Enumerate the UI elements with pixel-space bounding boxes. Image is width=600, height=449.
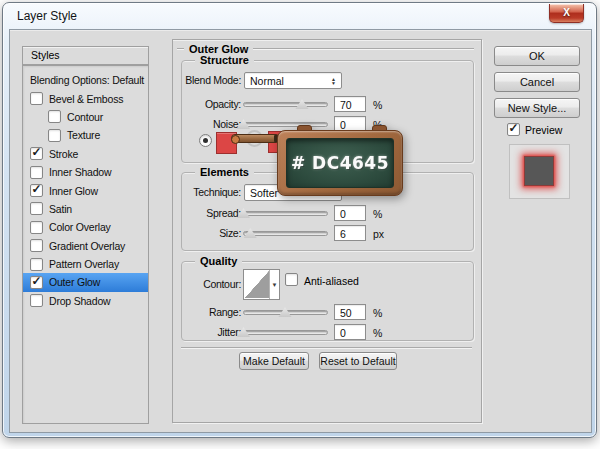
- jitter-input[interactable]: 0: [334, 324, 366, 340]
- jitter-unit: %: [373, 327, 382, 339]
- opacity-label: Opacity:: [182, 98, 241, 110]
- size-slider-track[interactable]: [243, 231, 328, 236]
- jitter-slider-track[interactable]: [243, 330, 328, 335]
- close-button[interactable]: X: [549, 4, 584, 23]
- quality-title: Quality: [195, 254, 242, 269]
- color-overlay-checkbox[interactable]: [30, 221, 43, 234]
- sidebar-item-gradient-overlay[interactable]: Gradient Overlay: [23, 237, 148, 255]
- preview-glow-square: [524, 156, 554, 186]
- anti-aliased-checkbox[interactable]: [285, 273, 298, 286]
- elements-title: Elements: [195, 165, 254, 180]
- sidebar-item-label: Gradient Overlay: [49, 240, 125, 252]
- sidebar-item-drop-shadow[interactable]: Drop Shadow: [23, 292, 148, 310]
- stroke-checkbox[interactable]: ✓: [30, 147, 43, 160]
- hex-color-label: # DC4645: [291, 153, 389, 173]
- bevel-emboss-checkbox[interactable]: [30, 92, 43, 105]
- contour-picker[interactable]: ▼: [243, 269, 280, 300]
- layer-style-dialog: Layer Style X Styles Blending Options: D…: [2, 2, 597, 438]
- spread-slider[interactable]: [243, 208, 328, 220]
- glow-color-swatch[interactable]: [216, 132, 237, 154]
- range-label: Range:: [182, 306, 241, 318]
- cancel-button[interactable]: Cancel: [494, 72, 580, 92]
- glow-color-radio[interactable]: [199, 134, 212, 147]
- opacity-unit: %: [373, 99, 382, 111]
- window-title: Layer Style: [17, 9, 77, 23]
- contour-dropdown-icon[interactable]: ▼: [269, 270, 279, 299]
- size-label: Size:: [182, 227, 241, 239]
- outer-glow-checkbox[interactable]: ✓: [30, 276, 43, 289]
- range-input[interactable]: 50: [334, 304, 366, 320]
- chalkboard-frame: # DC4645: [277, 130, 403, 196]
- styles-header-label: Styles: [31, 49, 60, 61]
- structure-title: Structure: [195, 53, 254, 68]
- sidebar-item-label: Outer Glow: [49, 276, 100, 288]
- close-icon: X: [563, 7, 570, 18]
- opacity-slider[interactable]: [243, 99, 328, 111]
- make-default-button[interactable]: Make Default: [239, 352, 309, 370]
- sidebar-item-inner-glow[interactable]: ✓ Inner Glow: [23, 181, 148, 199]
- contour-checkbox[interactable]: [48, 110, 61, 123]
- title-bar[interactable]: Layer Style X: [3, 3, 596, 29]
- hex-color-callout: # DC4645: [277, 125, 403, 196]
- sidebar-item-label: Texture: [67, 129, 100, 141]
- sidebar-item-contour[interactable]: Contour: [23, 108, 148, 126]
- blending-options-label: Blending Options: Default: [30, 74, 144, 86]
- contour-thumbnail[interactable]: [245, 271, 269, 298]
- sidebar-item-outer-glow[interactable]: ✓ Outer Glow: [23, 273, 148, 291]
- styles-list: Blending Options: Default Bevel & Emboss…: [22, 65, 149, 424]
- texture-checkbox[interactable]: [48, 129, 61, 142]
- dialog-body: Styles Blending Options: Default Bevel &…: [9, 29, 592, 433]
- range-slider[interactable]: [243, 307, 328, 319]
- technique-label: Technique:: [182, 186, 241, 198]
- opacity-slider-track[interactable]: [243, 102, 328, 107]
- spread-slider-track[interactable]: [243, 211, 328, 216]
- technique-value: Softer: [250, 187, 278, 199]
- sidebar-item-label: Drop Shadow: [49, 295, 110, 307]
- sidebar-item-texture[interactable]: Texture: [23, 126, 148, 144]
- inner-glow-checkbox[interactable]: ✓: [30, 184, 43, 197]
- styles-panel-header: Styles: [22, 46, 149, 65]
- spread-input[interactable]: 0: [334, 205, 366, 221]
- range-row: Range: 50 %: [182, 304, 473, 322]
- size-slider[interactable]: [243, 228, 328, 240]
- blend-mode-value: Normal: [250, 75, 284, 87]
- spread-unit: %: [373, 208, 382, 220]
- pattern-overlay-checkbox[interactable]: [30, 258, 43, 271]
- opacity-row: Opacity: 70 %: [182, 96, 473, 114]
- jitter-row: Jitter: 0 %: [182, 324, 473, 342]
- anti-aliased-label: Anti-aliased: [304, 275, 359, 287]
- sidebar-item-label: Bevel & Emboss: [49, 93, 123, 105]
- new-style-button[interactable]: New Style...: [494, 98, 580, 118]
- preview-label: Preview: [525, 124, 562, 136]
- combo-arrows-icon: ▲▼: [331, 77, 336, 85]
- size-input[interactable]: 6: [334, 225, 366, 241]
- jitter-slider[interactable]: [243, 327, 328, 339]
- blend-mode-row: Blend Mode: Normal ▲▼: [182, 72, 473, 90]
- size-row: Size: 6 px: [182, 225, 473, 243]
- sidebar-item-inner-shadow[interactable]: Inner Shadow: [23, 163, 148, 181]
- blend-mode-label: Blend Mode:: [182, 74, 241, 86]
- reset-to-default-button[interactable]: Reset to Default: [319, 352, 397, 370]
- sidebar-item-bevel-emboss[interactable]: Bevel & Emboss: [23, 89, 148, 107]
- sidebar-item-label: Stroke: [49, 148, 78, 160]
- sidebar-item-pattern-overlay[interactable]: Pattern Overlay: [23, 255, 148, 273]
- preview-checkbox[interactable]: ✓: [507, 123, 520, 136]
- ok-button[interactable]: OK: [494, 46, 580, 66]
- chalkboard-surface: # DC4645: [286, 138, 394, 188]
- gradient-overlay-checkbox[interactable]: [30, 239, 43, 252]
- sidebar-item-blending-options[interactable]: Blending Options: Default: [23, 71, 148, 89]
- inner-shadow-checkbox[interactable]: [30, 166, 43, 179]
- spread-row: Spread: 0 %: [182, 205, 473, 223]
- panel-separator: [181, 347, 472, 349]
- sidebar-item-satin[interactable]: Satin: [23, 200, 148, 218]
- sidebar-item-color-overlay[interactable]: Color Overlay: [23, 218, 148, 236]
- satin-checkbox[interactable]: [30, 202, 43, 215]
- opacity-input[interactable]: 70: [334, 96, 366, 112]
- noise-label: Noise:: [182, 118, 241, 130]
- outer-glow-panel: Outer Glow Structure Blend Mode: Normal …: [172, 39, 482, 423]
- sidebar-item-stroke[interactable]: ✓ Stroke: [23, 145, 148, 163]
- sidebar-item-label: Inner Glow: [49, 185, 98, 197]
- drop-shadow-checkbox[interactable]: [30, 294, 43, 307]
- preview-thumbnail: [509, 144, 570, 199]
- blend-mode-select[interactable]: Normal ▲▼: [244, 72, 342, 89]
